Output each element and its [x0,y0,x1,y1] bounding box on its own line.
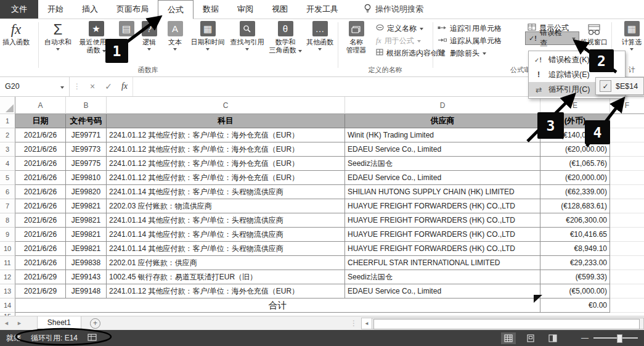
page-layout-view-button[interactable] [523,332,538,344]
add-sheet-button[interactable]: + [90,318,100,329]
cell-account[interactable]: 2241.01.14 其他应付款：客户/单位：头程物流供应商 [107,213,345,228]
cell-supplier[interactable]: EDAEU Service Co., Limited [345,171,540,185]
cell-empty[interactable] [610,284,644,299]
horizontal-scrollbar-thumb[interactable] [373,319,640,329]
cell-supplier[interactable]: EDAEU Service Co., Limited [345,284,540,299]
trace-precedents-button[interactable]: 追踪引用单元格 [438,22,502,35]
cell-amount[interactable]: (€599.33) [540,270,610,284]
row-number[interactable]: 11 [0,256,15,270]
cell-date[interactable]: 2021/6/26 [15,128,66,142]
prev-sheet-arrow[interactable]: ◄ [0,316,13,330]
logical-button[interactable]: ? 逻辑 [137,21,161,51]
cell-supplier[interactable]: HUAYUE FREIGHT FORWARDERS (HK) CO.,LTD [345,213,540,228]
cell-empty[interactable] [610,256,644,270]
select-all-corner[interactable] [0,97,15,114]
horizontal-scrollbar[interactable] [372,318,644,329]
cell-amount[interactable]: (€20,000.00) [540,171,610,185]
cell-supplier[interactable]: Seediz法国仓 [345,270,540,284]
more-functions-button[interactable]: … 其他函数 [304,21,335,51]
cell-doc-number[interactable]: JE99838 [66,256,107,270]
tab-scrollbar-sizer[interactable]: ⋮ [346,319,361,327]
page-break-view-button[interactable] [545,332,560,344]
cell-amount[interactable]: (€62,339.00) [540,185,610,199]
cell-doc-number[interactable]: JE99821 [66,213,107,228]
formula-bar-sizer[interactable]: ⋮ [70,76,84,96]
cell-amount[interactable]: €206,300.00 [540,213,610,228]
cell-amount[interactable]: €8,949.10 [540,242,610,256]
cell-supplier[interactable]: EDAEU Service Co., Limited [345,142,540,157]
column-header-d[interactable]: D [345,97,540,114]
row-number[interactable]: 5 [0,171,15,185]
cell-amount[interactable]: €29,233.00 [540,256,610,270]
cell-empty[interactable] [610,157,644,171]
cell-account[interactable]: 1002.45 银行存款：易道互联渣打EUR（旧） [107,270,345,284]
cell-supplier[interactable]: HUAYUE FREIGHT FORWARDERS (HK) CO.,LTD [345,228,540,242]
column-header-b[interactable]: B [66,97,107,114]
cell-date[interactable]: 2021/6/26 [15,242,66,256]
cell-doc-number[interactable]: JE99810 [66,171,107,185]
cell-doc-number[interactable]: JE99820 [66,185,107,199]
cell-account[interactable]: 2241.01.12 其他应付款：客户/单位：海外仓充值（EUR） [107,128,345,142]
cell-account[interactable]: 2241.01.14 其他应付款：客户/单位：头程物流供应商 [107,242,345,256]
cell-date[interactable]: 2021/6/26 [15,228,66,242]
cell-date[interactable]: 2021/6/26 [15,199,66,213]
row-number[interactable]: 9 [0,228,15,242]
cell-total-label[interactable]: 合计 [15,299,540,313]
watch-window-button[interactable]: 监视窗口 [578,21,610,46]
normal-view-button[interactable] [501,332,516,344]
row-number[interactable]: 3 [0,142,15,157]
cancel-button[interactable]: × [84,76,100,96]
tab-home[interactable]: 开始 [38,0,73,19]
tab-insert[interactable]: 插入 [73,0,107,19]
cell-empty[interactable] [610,128,644,142]
tab-page-layout[interactable]: 页面布局 [107,0,158,19]
remove-arrows-button[interactable]: 删除箭头 [438,47,486,59]
row-number[interactable]: 10 [0,242,15,256]
use-in-formula-button[interactable]: fx 用于公式 [376,35,421,47]
lookup-reference-button[interactable]: 查找与引用 [228,21,266,51]
cell-empty[interactable] [610,213,644,228]
cell-date[interactable]: 2021/6/26 [15,185,66,199]
cell-account[interactable]: 2202.01 应付账款：供应商 [107,256,345,270]
column-header-e[interactable]: E [540,97,610,114]
row-number[interactable]: 2 [0,128,15,142]
cell-empty[interactable] [610,142,644,157]
cell-amount[interactable]: (€1,065.76) [540,157,610,171]
cell-supplier[interactable]: SHILIAN HUTONG SUPPLY CHAIN (HK) LIMITED [345,185,540,199]
row-number[interactable]: 12 [0,270,15,284]
insert-function-fx-button[interactable]: fx [116,76,132,96]
next-sheet-arrow[interactable]: ► [13,316,26,330]
cell-date[interactable]: 2021/6/26 [15,142,66,157]
row-number[interactable]: 6 [0,185,15,199]
tab-formulas[interactable]: 公式 [158,0,194,19]
cell-amount[interactable]: (€5,000.00) [540,284,610,299]
define-name-button[interactable]: 定义名称 [376,22,423,35]
cell-amount[interactable]: (€20,000.00) [540,142,610,157]
cell-doc-number[interactable]: JE99148 [66,284,107,299]
cell-supplier[interactable]: HUAYUE FREIGHT FORWARDERS (HK) CO.,LTD [345,242,540,256]
tab-data[interactable]: 数据 [194,0,228,19]
cell-date[interactable]: 2021/6/26 [15,213,66,228]
column-header-f[interactable]: F [610,97,644,114]
math-trig-button[interactable]: θ 数学和 三角函数 [267,21,303,54]
hscroll-left-arrow[interactable]: ◄ [361,318,372,329]
cell-amount[interactable]: €10,416.65 [540,228,610,242]
cell-account[interactable]: 2241.01.12 其他应付款：客户/单位：海外仓充值（EUR） [107,142,345,157]
cell-doc-number[interactable]: JE99773 [66,142,107,157]
cell-date[interactable]: 2021/6/26 [15,171,66,185]
financial-button[interactable]: ▤ [117,21,136,38]
column-header-a[interactable]: A [15,97,66,114]
cell-date[interactable]: 2021/6/29 [15,284,66,299]
cell-empty[interactable] [610,270,644,284]
row-number[interactable]: 13 [0,284,15,299]
enter-button[interactable]: ✓ [100,76,116,96]
name-manager-button[interactable]: 名称 管理器 [340,21,372,54]
header-date[interactable]: 日期 [15,114,66,128]
cell-account[interactable]: 2202.03 应付账款：物流供应商 [107,199,345,213]
error-checking-button[interactable]: ✓! 错误检查 [525,31,579,45]
create-from-selection-button[interactable]: 根据所选内容创建 [376,47,446,59]
tab-developer[interactable]: 开发工具 [297,0,348,19]
cell-date[interactable]: 2021/6/26 [15,256,66,270]
row-number[interactable]: 14 [0,299,15,313]
cell-amount[interactable]: (€128,683.61) [540,199,610,213]
